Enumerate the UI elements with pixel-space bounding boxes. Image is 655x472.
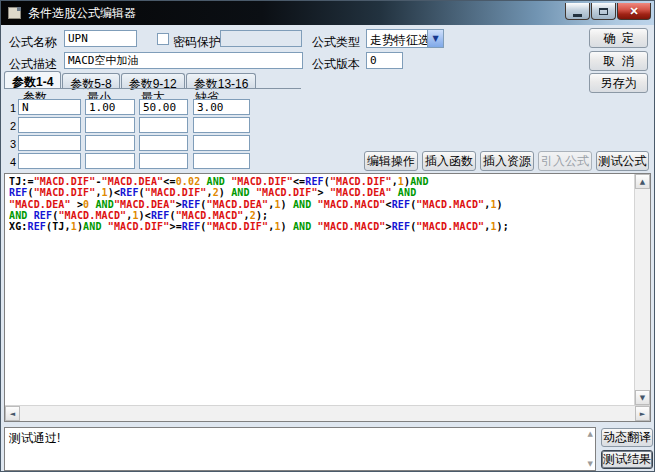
param-name-input[interactable] [18, 153, 81, 169]
scroll-up-icon[interactable]: ▲ [635, 174, 650, 189]
save-as-button[interactable]: 另存为 [589, 73, 648, 93]
code-line: AND REF("MACD.MACD",1)<REF("MACD.MACD",2… [9, 210, 630, 221]
code-line: XG:REF(TJ,1)AND "MACD.DIF">=REF("MACD.DI… [9, 221, 630, 232]
password-protect-checkbox[interactable] [157, 33, 169, 45]
param-name-input[interactable] [18, 135, 81, 151]
formula-code-editor[interactable]: TJ:="MACD.DIF"-"MACD.DEA"<=0.02 AND "MAC… [4, 173, 651, 422]
titlebar: 条件选股公式编辑器 ✕ [1, 1, 654, 25]
tab-params-13-16[interactable]: 参数13-16 [186, 73, 257, 89]
tab-params-1-4[interactable]: 参数1-4 [4, 71, 61, 89]
cancel-button[interactable]: 取 消 [589, 51, 648, 71]
dynamic-translate-button[interactable]: 动态翻译 [601, 428, 653, 447]
formula-type-value: 走势特征选股 [367, 30, 427, 47]
formula-name-input[interactable] [64, 30, 137, 47]
formula-desc-input[interactable] [64, 52, 303, 69]
param-row-index: 4 [10, 156, 16, 168]
status-scroll-down-icon[interactable]: ▼ [588, 460, 593, 468]
vertical-scrollbar[interactable]: ▲ ▼ [634, 174, 650, 405]
scroll-down-icon[interactable]: ▼ [635, 390, 650, 405]
password-protect-label: 密码保护 [173, 34, 221, 51]
code-line: REF("MACD.DIF",1)<REF("MACD.DIF",2) AND … [9, 187, 630, 198]
param-min-input[interactable] [85, 135, 135, 151]
formula-editor-window: 条件选股公式编辑器 ✕ 公式名称 密码保护 公式类型 走势特征选股 ▼ 确 定 … [0, 0, 655, 472]
insert-function-button[interactable]: 插入函数 [422, 151, 476, 171]
param-row-index: 2 [10, 120, 16, 132]
password-input [220, 30, 302, 47]
import-formula-button: 引入公式 [538, 151, 592, 171]
param-default-input[interactable] [193, 135, 250, 151]
param-row-index: 1 [10, 102, 16, 114]
maximize-icon [599, 8, 608, 15]
minimize-icon [573, 14, 582, 17]
test-result-panel: 测试通过! ▲ ▼ [4, 427, 596, 471]
scroll-left-icon[interactable]: ◄ [5, 406, 20, 421]
test-status-message: 测试通过! [9, 430, 60, 447]
param-default-input[interactable] [193, 117, 250, 133]
app-icon [8, 7, 21, 19]
minimize-button[interactable] [565, 3, 590, 20]
formula-type-label: 公式类型 [312, 34, 360, 51]
param-row-index: 3 [10, 138, 16, 150]
insert-resource-button[interactable]: 插入资源 [480, 151, 534, 171]
scroll-right-icon[interactable]: ► [635, 406, 650, 421]
close-icon: ✕ [629, 4, 638, 19]
param-max-input[interactable] [139, 135, 188, 151]
dialog-body: 公式名称 密码保护 公式类型 走势特征选股 ▼ 确 定 取 消 另存为 公式描述… [1, 25, 654, 471]
code-line: "MACD.DEA" >0 AND"MACD.DEA">REF("MACD.DE… [9, 199, 630, 210]
param-min-input[interactable] [85, 117, 135, 133]
close-button[interactable]: ✕ [617, 3, 651, 20]
status-scroll-up-icon[interactable]: ▲ [588, 430, 593, 438]
edit-operations-button[interactable]: 编辑操作 [364, 151, 418, 171]
param-max-input[interactable] [139, 117, 188, 133]
param-tabs: 参数1-4 参数5-8 参数9-12 参数13-16 [4, 71, 257, 89]
test-result-button[interactable]: 测试结果 [601, 450, 653, 469]
param-name-input[interactable] [18, 117, 81, 133]
horizontal-scrollbar[interactable]: ◄ ► [5, 405, 650, 421]
maximize-button[interactable] [591, 3, 616, 20]
param-default-input[interactable] [193, 99, 250, 115]
tab-params-9-12[interactable]: 参数9-12 [121, 73, 185, 89]
ok-button[interactable]: 确 定 [589, 28, 648, 48]
param-min-input[interactable] [85, 153, 135, 169]
chevron-down-icon[interactable]: ▼ [427, 30, 443, 47]
code-content[interactable]: TJ:="MACD.DIF"-"MACD.DEA"<=0.02 AND "MAC… [9, 176, 630, 403]
param-max-input[interactable] [139, 153, 188, 169]
param-default-input[interactable] [193, 153, 250, 169]
tab-params-5-8[interactable]: 参数5-8 [62, 73, 119, 89]
formula-version-input[interactable] [366, 52, 403, 69]
formula-version-label: 公式版本 [312, 56, 360, 73]
param-max-input[interactable] [139, 99, 188, 115]
param-name-input[interactable] [18, 99, 81, 115]
formula-name-label: 公式名称 [9, 34, 57, 51]
param-min-input[interactable] [85, 99, 135, 115]
window-title: 条件选股公式编辑器 [28, 5, 136, 22]
formula-type-select[interactable]: 走势特征选股 ▼ [366, 29, 444, 48]
test-formula-button[interactable]: 测试公式 [596, 151, 649, 171]
code-line: TJ:="MACD.DIF"-"MACD.DEA"<=0.02 AND "MAC… [9, 176, 630, 187]
